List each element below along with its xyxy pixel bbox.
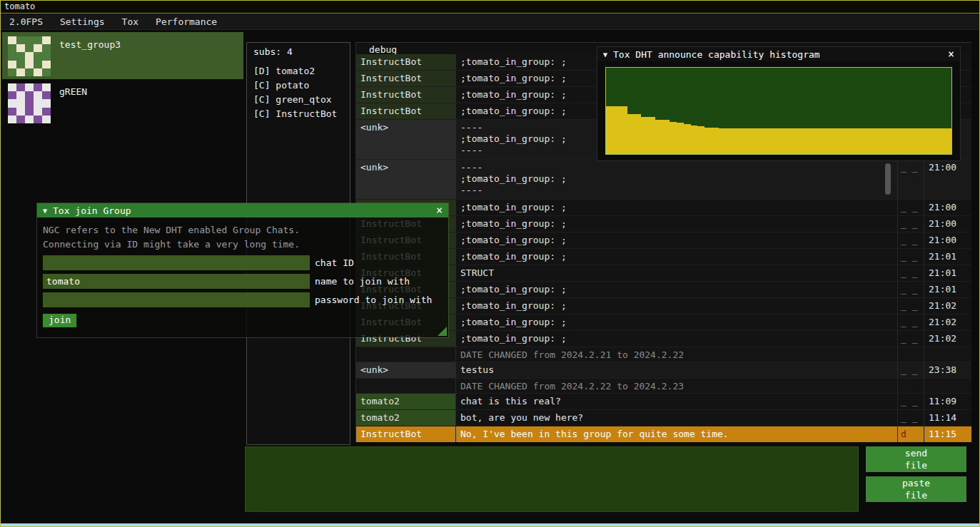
subs-item[interactable]: [C] potato bbox=[247, 78, 350, 93]
collapse-arrow-icon[interactable]: ▼ bbox=[603, 51, 607, 58]
avatar-pixel bbox=[34, 61, 42, 68]
date-text: DATE CHANGED from 2024.2.22 to 2024.2.23 bbox=[456, 379, 898, 393]
send-file-button[interactable]: send file bbox=[866, 446, 966, 472]
subs-item[interactable]: [C] green_qtox bbox=[247, 93, 350, 107]
chat-sender bbox=[356, 379, 456, 393]
join-button[interactable]: join bbox=[43, 314, 76, 327]
subs-item[interactable]: [C] InstructBot bbox=[247, 107, 350, 121]
message-flags: _ _ bbox=[898, 249, 924, 265]
chat-row[interactable]: tomato2chat is this real?_ _11:09 bbox=[356, 394, 971, 410]
join-fields: chat IDname to join withpassword to join… bbox=[43, 255, 443, 307]
chat-sender: <unk> bbox=[356, 362, 456, 378]
histogram-bar bbox=[662, 120, 670, 154]
message-flags: _ _ bbox=[898, 232, 924, 248]
chat-row[interactable]: InstructBotNo, I've been in this group f… bbox=[356, 426, 971, 442]
avatar-pixel bbox=[34, 108, 42, 116]
avatar-pixel bbox=[8, 108, 16, 116]
histogram-bar bbox=[909, 128, 916, 154]
subs-item[interactable]: [D] tomato2 bbox=[247, 64, 350, 78]
window-titlebar[interactable]: tomato bbox=[1, 1, 979, 14]
message-input[interactable] bbox=[245, 446, 859, 512]
join-input-chat-id[interactable] bbox=[43, 255, 310, 270]
histogram-bar bbox=[648, 117, 655, 154]
date-text: DATE CHANGED from 2024.2.21 to 2024.2.22 bbox=[456, 347, 898, 362]
chat-message-text: ;tomato_in_group: ; bbox=[456, 232, 898, 248]
chat-sender: InstructBot bbox=[356, 54, 456, 70]
window-resize-edge bbox=[1, 523, 979, 526]
collapse-arrow-icon[interactable]: ▼ bbox=[43, 207, 47, 215]
histogram-bar bbox=[768, 128, 775, 154]
group-item-green[interactable]: gREEN bbox=[2, 79, 243, 126]
histogram-bar bbox=[789, 128, 797, 154]
message-flags: _ _ bbox=[898, 200, 924, 215]
group-avatar bbox=[8, 36, 51, 76]
join-window-title: Tox join Group bbox=[53, 205, 436, 216]
histogram-bar bbox=[677, 123, 684, 154]
join-field-label: chat ID bbox=[315, 257, 354, 268]
message-flags: d bbox=[898, 426, 924, 442]
histogram-bar bbox=[655, 120, 662, 154]
chat-message-text: ;tomato_in_group: ; bbox=[456, 216, 898, 232]
chat-row[interactable]: tomato2bot, are you new here?_ _11:14 bbox=[356, 410, 971, 426]
message-timestamp: 21:00 bbox=[924, 232, 971, 248]
avatar-pixel bbox=[42, 68, 51, 76]
avatar-pixel bbox=[34, 83, 42, 91]
histogram-bar bbox=[824, 128, 832, 154]
chat-row[interactable]: <unk>----;tomato_in_group: ;----_ _21:00 bbox=[356, 160, 971, 200]
menu-item-tox[interactable]: Tox bbox=[113, 14, 147, 29]
join-field-label: name to join with bbox=[315, 276, 410, 287]
chat-message-text: testus bbox=[456, 362, 898, 378]
menu-item-settings[interactable]: Settings bbox=[51, 14, 113, 29]
group-avatar bbox=[8, 83, 51, 123]
avatar-pixel bbox=[25, 68, 34, 76]
message-timestamp bbox=[924, 347, 971, 362]
chat-row[interactable]: <unk>testus_ _23:38 bbox=[356, 362, 971, 379]
chat-scrollbar-thumb[interactable] bbox=[885, 163, 891, 195]
histogram-bar bbox=[726, 128, 733, 154]
chat-sender: InstructBot bbox=[356, 87, 456, 103]
message-flags: _ _ bbox=[898, 410, 924, 426]
histogram-bar bbox=[867, 128, 874, 154]
avatar-pixel bbox=[42, 36, 51, 44]
chat-message-text: ;tomato_in_group: ; bbox=[456, 200, 898, 215]
group-item-test-group3[interactable]: test_group3 bbox=[2, 32, 243, 79]
message-timestamp: 21:01 bbox=[924, 265, 971, 281]
avatar-pixel bbox=[25, 99, 34, 107]
avatar-pixel bbox=[34, 99, 42, 107]
avatar-pixel bbox=[25, 83, 34, 91]
avatar-pixel bbox=[42, 116, 51, 123]
histogram-bar bbox=[747, 128, 754, 154]
message-flags: _ _ bbox=[898, 298, 924, 314]
histogram-plot bbox=[605, 67, 952, 155]
avatar-pixel bbox=[42, 83, 51, 91]
chat-message-text: ----;tomato_in_group: ;---- bbox=[456, 160, 898, 199]
join-input-name-to-join-with[interactable] bbox=[43, 274, 310, 289]
histogram-bar bbox=[860, 128, 867, 154]
join-input-password-to-join-with[interactable] bbox=[43, 292, 310, 307]
menu-item-2-0fps[interactable]: 2.0FPS bbox=[1, 14, 51, 29]
join-window-titlebar[interactable]: ▼ Tox join Group × bbox=[37, 203, 448, 218]
histogram-bar bbox=[606, 106, 613, 154]
message-timestamp: 11:09 bbox=[924, 394, 971, 409]
paste-file-button[interactable]: paste file bbox=[866, 476, 966, 502]
resize-grip[interactable] bbox=[438, 327, 447, 336]
avatar-pixel bbox=[25, 36, 34, 44]
close-icon[interactable]: × bbox=[436, 205, 443, 215]
message-flags: _ _ bbox=[898, 362, 924, 378]
histogram-bar bbox=[923, 128, 930, 154]
avatar-pixel bbox=[16, 36, 25, 44]
histogram-bar bbox=[613, 106, 620, 154]
menu-item-performance[interactable]: Performance bbox=[147, 14, 226, 29]
histogram-window-titlebar[interactable]: ▼ Tox DHT announce capability histogram … bbox=[597, 47, 960, 61]
avatar-pixel bbox=[8, 91, 16, 99]
avatar-pixel bbox=[16, 91, 25, 99]
avatar-pixel bbox=[16, 83, 25, 91]
avatar-pixel bbox=[42, 61, 51, 68]
chat-sender bbox=[356, 347, 456, 362]
avatar-pixel bbox=[8, 61, 16, 68]
close-icon[interactable]: × bbox=[948, 49, 954, 59]
histogram-bar bbox=[846, 128, 853, 154]
message-timestamp bbox=[924, 379, 971, 393]
app-window: tomato 2.0FPSSettingsToxPerformance test… bbox=[0, 0, 980, 527]
message-flags: _ _ bbox=[898, 265, 924, 281]
